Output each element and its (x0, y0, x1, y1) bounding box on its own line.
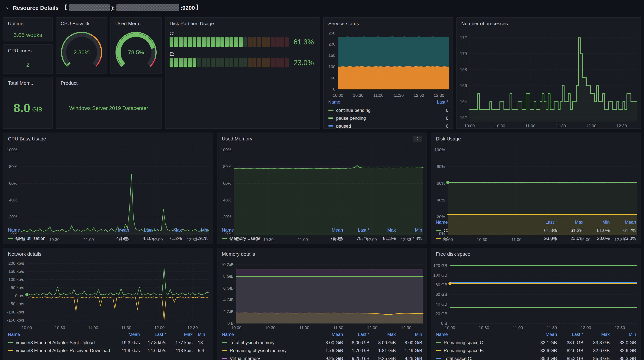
legend-header[interactable]: Max (166, 332, 192, 337)
legend-header[interactable]: Name (222, 332, 316, 337)
svg-text:6 GiB: 6 GiB (223, 286, 234, 291)
panel-title[interactable]: CPU cores (4, 45, 52, 55)
panel-title[interactable]: Number of processes (457, 18, 640, 28)
legend-header[interactable]: Max (370, 227, 396, 233)
legend-header[interactable]: Min (583, 220, 610, 225)
legend-row[interactable]: pause pending0 (328, 114, 448, 122)
svg-text:162: 162 (460, 115, 467, 120)
memory-details-chart[interactable]: 0 B2 GiB4 GiB6 GiB8 GiB10 GiB10:0010:301… (217, 259, 426, 330)
legend-header[interactable]: Name (8, 332, 114, 337)
legend-header[interactable]: Last * (343, 332, 370, 337)
legend-header[interactable]: Last * (129, 227, 156, 233)
svg-text:11:30: 11:30 (547, 325, 557, 330)
legend-header[interactable]: Min (192, 332, 213, 337)
legend-header[interactable]: Last * (140, 332, 166, 337)
free-disk-legend: NameMeanLast *MaxMinRemaining space C:33… (431, 330, 640, 360)
network-legend: NameMeanLast *MaxMinvmxnet3 Ethernet Ada… (4, 330, 213, 356)
network-chart[interactable]: 200 kb/s150 kb/s100 kb/s50 kb/s0 b/s-50 … (4, 259, 213, 330)
gauge-svg: 78.5% (111, 28, 161, 73)
chart-svg: 16216416616817017210:0010:3011:0011:3012… (457, 28, 640, 128)
cpu-busy-gauge[interactable]: 2.30% (56, 28, 107, 73)
svg-text:100 GB: 100 GB (433, 273, 448, 278)
series-color-icon (222, 238, 227, 239)
legend-header[interactable]: Mean (530, 332, 557, 337)
legend-row[interactable]: CPU utilization4.19%4.10%71.2%1.91% (8, 234, 208, 242)
legend-header[interactable]: Min (610, 332, 636, 337)
legend-header[interactable]: Last * (557, 332, 583, 337)
legend-row[interactable]: vmxnet3 Ethernet Adapter-Received-Downlo… (8, 347, 208, 354)
svg-text:11:30: 11:30 (394, 93, 404, 98)
legend-header[interactable]: Mean (103, 227, 129, 233)
legend-header[interactable]: Name (328, 99, 422, 105)
svg-text:2 GiB: 2 GiB (223, 309, 234, 314)
legend-header[interactable]: Name (436, 332, 530, 337)
dashboard-row-header[interactable]: ⌄ Resource Details 【): :9200】 (0, 0, 644, 15)
panel-title[interactable]: Total Mem... (4, 77, 52, 88)
legend-header[interactable]: Min (182, 227, 208, 233)
svg-text:166: 166 (460, 83, 467, 88)
panel-title[interactable]: Used Memory ⋮ (217, 133, 426, 143)
series-label: Remaining space C: (444, 340, 484, 345)
cpu-busy-usage-chart[interactable]: 0%20%40%60%80%100%10:0010:3011:0011:3012… (4, 143, 213, 226)
legend-header[interactable]: Last * (343, 227, 370, 233)
legend-header[interactable]: Min (396, 227, 422, 233)
processes-chart[interactable]: 16216416616817017210:0010:3011:0011:3012… (457, 28, 640, 128)
svg-text:100%: 100% (221, 147, 231, 152)
legend-header[interactable]: Max (583, 332, 610, 337)
disk-usage-chart[interactable]: 0%20%40%60%80%100%10:0010:3011:0011:3012… (431, 143, 640, 218)
legend-row[interactable]: Virtual memory9.25 GiB9.25 GiB9.25 GiB9.… (222, 354, 422, 360)
legend-header[interactable]: Mean (317, 227, 343, 233)
legend-header[interactable]: Name (222, 227, 316, 233)
panel-title[interactable]: Network details (4, 248, 213, 259)
legend-header[interactable]: Name (8, 227, 103, 233)
service-status-chart[interactable]: 05010015020025010:0010:3011:0011:3012:00… (324, 28, 453, 98)
partition-e-value: 23.0% (294, 58, 316, 67)
legend-row[interactable]: Total physical memory8.00 GiB8.00 GiB8.0… (222, 339, 422, 347)
legend-row[interactable]: Memory Usage78.0%78.7%81.3%77.4% (222, 234, 422, 242)
panel-title[interactable]: CPU Busy Usage (4, 133, 213, 143)
used-memory-chart[interactable]: 0%20%40%60%80%100%10:0010:3011:0011:3012… (217, 143, 426, 226)
legend-row[interactable]: Remaining space C:33.1 GB33.0 GB33.3 GB3… (436, 339, 636, 347)
svg-text:80 GB: 80 GB (436, 282, 447, 287)
panel-title[interactable]: Disk Partition Usage (165, 18, 320, 28)
panel-title[interactable]: Free disk space (431, 248, 640, 259)
series-value: 78.7% (343, 236, 370, 241)
panel-title[interactable]: CPU Busy % (56, 18, 107, 28)
legend-header[interactable]: Last * (530, 220, 557, 225)
svg-text:10:30: 10:30 (479, 325, 489, 330)
legend-header[interactable]: Max (370, 332, 396, 337)
series-label: paused (336, 123, 351, 129)
legend-row[interactable]: continue pending0 (328, 106, 448, 114)
panel-title[interactable]: Service status (324, 18, 453, 28)
legend-header[interactable]: Name (436, 220, 530, 225)
legend-header[interactable]: Min (396, 332, 422, 337)
free-disk-chart[interactable]: 0 B20 GB40 GB60 GB80 GB100 GB120 GB10:00… (431, 259, 640, 330)
legend-row[interactable]: Remaining space E:82.6 GB82.6 GB82.6 GB8… (436, 347, 636, 354)
panel-title[interactable]: Product (56, 77, 161, 88)
lcd-cell (188, 58, 192, 67)
panel-menu-icon[interactable]: ⋮ (413, 136, 422, 142)
legend-row[interactable]: E:23.0%23.0%23.0%23.0% (436, 234, 636, 242)
legend-header[interactable]: Mean (610, 220, 636, 225)
lcd-cell (271, 37, 275, 47)
chevron-down-icon[interactable]: ⌄ (5, 4, 10, 9)
legend-row[interactable]: C:61.3%61.3%61.0%61.2% (436, 226, 636, 234)
panel-title[interactable]: Uptime (4, 18, 52, 28)
legend-header[interactable]: Last * (422, 99, 448, 105)
legend-row[interactable]: Remaining physical memory1.76 GiB1.70 Gi… (222, 347, 422, 354)
series-color-icon (222, 342, 227, 343)
used-mem-gauge[interactable]: 78.5% (111, 28, 161, 73)
legend-row[interactable]: paused0 (328, 122, 448, 129)
legend-header[interactable]: Mean (114, 332, 140, 337)
legend-header[interactable]: Max (557, 220, 583, 225)
svg-text:11:30: 11:30 (333, 325, 343, 330)
svg-text:60%: 60% (437, 181, 445, 186)
partition-c-value: 61.3% (294, 38, 316, 46)
legend-header[interactable]: Max (156, 227, 182, 233)
legend-row[interactable]: Total space C:85.3 GB85.3 GB85.3 GB85.3 … (436, 354, 636, 360)
panel-title[interactable]: Used Mem... (111, 18, 161, 28)
legend-row[interactable]: vmxnet3 Ethernet Adapter-Sent-Upload19.3… (8, 339, 208, 347)
panel-title[interactable]: Disk Usage (431, 133, 640, 143)
panel-title[interactable]: Memory details (217, 248, 426, 259)
legend-header[interactable]: Mean (317, 332, 343, 337)
